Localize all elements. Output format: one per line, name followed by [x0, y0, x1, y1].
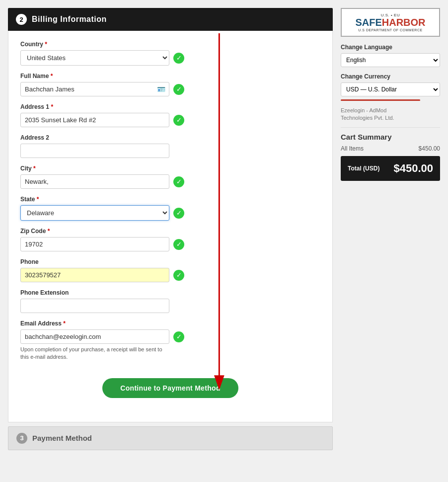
- phone-check-icon: ✓: [173, 270, 184, 281]
- state-field-group: State * AlabamaAlaskaArizonaArkansas Cal…: [20, 196, 320, 221]
- address1-row: ✓: [20, 113, 320, 127]
- payment-section-number: 3: [16, 433, 27, 444]
- cart-all-items-label: All Items: [341, 145, 364, 152]
- phone-field-group: Phone ✓: [20, 258, 320, 282]
- city-check-icon: ✓: [173, 176, 184, 187]
- address1-field-group: Address 1 * ✓: [20, 103, 320, 127]
- company-name: Ezeelogin - AdModTechnologies Pvt. Ltd.: [341, 107, 440, 122]
- phone-ext-field-group: Phone Extension: [20, 289, 320, 313]
- city-required: *: [33, 165, 36, 172]
- phone-label: Phone: [20, 258, 320, 265]
- country-row: United States Canada United Kingdom Aust…: [20, 50, 320, 66]
- address1-label: Address 1 *: [20, 103, 320, 110]
- country-label: Country *: [20, 41, 320, 48]
- address1-required: *: [51, 103, 53, 110]
- full-name-label: Full Name *: [20, 73, 320, 80]
- address1-input[interactable]: [20, 113, 169, 127]
- city-input[interactable]: [20, 174, 169, 189]
- cart-summary-section: Cart Summary All Items $450.00 Total (US…: [341, 133, 440, 181]
- zip-row: ✓: [20, 237, 320, 251]
- city-field-group: City * ✓: [20, 165, 320, 189]
- full-name-row: 🪪 ✓: [20, 82, 320, 96]
- full-name-check-icon: ✓: [173, 84, 184, 95]
- continue-to-payment-button[interactable]: Continue to Payment Method: [102, 378, 238, 398]
- change-currency-section: Change Currency USD — U.S. Dollar EUR — …: [341, 73, 440, 101]
- billing-section-number: 2: [16, 14, 27, 25]
- sidebar-divider: [341, 127, 440, 128]
- payment-section-title: Payment Method: [32, 434, 92, 442]
- cart-total-box: Total (USD) $450.00: [341, 156, 440, 181]
- country-field-group: Country * United States Canada United Ki…: [20, 41, 320, 66]
- main-column: 2 Billing Information Country *: [8, 8, 333, 450]
- billing-section-title: Billing Information: [32, 15, 107, 24]
- phone-row: ✓: [20, 268, 320, 282]
- state-select[interactable]: AlabamaAlaskaArizonaArkansas CaliforniaC…: [20, 205, 169, 221]
- cart-summary-title: Cart Summary: [341, 133, 440, 141]
- zip-label: Zip Code *: [20, 228, 320, 235]
- email-check-icon: ✓: [173, 331, 184, 342]
- address1-check-icon: ✓: [173, 115, 184, 126]
- currency-underline: [341, 99, 420, 101]
- country-select[interactable]: United States Canada United Kingdom Aust…: [20, 50, 169, 66]
- city-row: ✓: [20, 174, 320, 189]
- email-required: *: [63, 320, 66, 327]
- country-check-icon: ✓: [173, 53, 184, 64]
- email-label: Email Address *: [20, 320, 320, 327]
- state-required: *: [37, 196, 39, 203]
- currency-select[interactable]: USD — U.S. Dollar EUR — Euro GBP — Briti…: [341, 82, 440, 96]
- safeharbor-safe-text: SAFE: [355, 17, 381, 28]
- email-row: ✓: [20, 329, 320, 344]
- zip-check-icon: ✓: [173, 239, 184, 250]
- address2-row: [20, 144, 320, 158]
- payment-section-header: 3 Payment Method: [8, 426, 333, 450]
- safeharbor-sub-text: U.S DEPARTMENT OF COMMERCE: [346, 28, 435, 32]
- continue-btn-wrapper: Continue to Payment Method: [20, 368, 320, 410]
- change-currency-label: Change Currency: [341, 73, 440, 80]
- billing-form: Country * United States Canada United Ki…: [8, 31, 333, 422]
- address2-field-group: Address 2: [20, 134, 320, 158]
- id-card-icon: 🪪: [157, 85, 165, 93]
- state-row: AlabamaAlaskaArizonaArkansas CaliforniaC…: [20, 205, 320, 221]
- sidebar: U.S. • EU SAFEHARBOR U.S DEPARTMENT OF C…: [341, 8, 440, 450]
- full-name-required: *: [51, 73, 53, 80]
- full-name-input[interactable]: [20, 82, 169, 96]
- billing-section-header: 2 Billing Information: [8, 8, 333, 31]
- cart-all-items-row: All Items $450.00: [341, 145, 440, 152]
- safeharbor-logo: SAFEHARBOR: [346, 17, 435, 27]
- zip-required: *: [48, 228, 50, 235]
- total-label: Total (USD): [348, 165, 379, 172]
- phone-ext-input[interactable]: [20, 299, 169, 313]
- total-amount: $450.00: [393, 162, 433, 175]
- zip-input[interactable]: [20, 237, 169, 251]
- language-select[interactable]: English French German Spanish: [341, 53, 440, 67]
- safeharbor-badge: U.S. • EU SAFEHARBOR U.S DEPARTMENT OF C…: [341, 8, 440, 37]
- safeharbor-harbor-text: HARBOR: [382, 17, 426, 28]
- change-language-label: Change Language: [341, 44, 440, 51]
- state-check-icon: ✓: [173, 208, 184, 219]
- email-field-group: Email Address * ✓ Upon completion of you…: [20, 320, 320, 361]
- phone-ext-label: Phone Extension: [20, 289, 320, 296]
- email-note: Upon completion of your purchase, a rece…: [20, 346, 169, 361]
- cart-all-items-value: $450.00: [419, 145, 440, 152]
- address2-input[interactable]: [20, 144, 169, 158]
- change-language-section: Change Language English French German Sp…: [341, 44, 440, 67]
- phone-ext-row: [20, 299, 320, 313]
- country-required: *: [45, 41, 47, 48]
- full-name-wrapper: 🪪: [20, 82, 169, 96]
- address2-label: Address 2: [20, 134, 320, 141]
- full-name-field-group: Full Name * 🪪 ✓: [20, 73, 320, 96]
- zip-field-group: Zip Code * ✓: [20, 228, 320, 251]
- city-label: City *: [20, 165, 320, 172]
- state-label: State *: [20, 196, 320, 203]
- phone-input[interactable]: [20, 268, 169, 282]
- email-input[interactable]: [20, 329, 169, 344]
